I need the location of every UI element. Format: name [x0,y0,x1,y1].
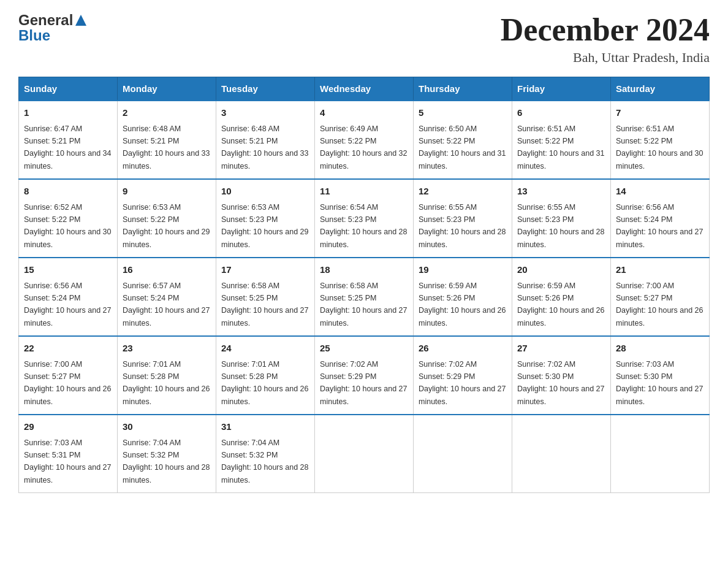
week-row-1: 1Sunrise: 6:47 AMSunset: 5:21 PMDaylight… [19,101,710,179]
day-number: 4 [320,106,408,120]
logo-blue-text: Blue [18,27,50,44]
day-number: 11 [320,185,408,199]
day-info: Sunrise: 6:47 AMSunset: 5:21 PMDaylight:… [24,124,111,170]
col-wednesday: Wednesday [315,77,414,101]
day-number: 1 [24,106,112,120]
day-number: 15 [24,263,112,277]
table-row [611,415,710,493]
day-number: 29 [24,420,112,434]
col-friday: Friday [512,77,611,101]
day-number: 3 [221,106,309,120]
day-number: 23 [123,342,211,356]
day-info: Sunrise: 6:53 AMSunset: 5:22 PMDaylight:… [123,203,210,249]
day-number: 22 [24,342,112,356]
day-info: Sunrise: 7:02 AMSunset: 5:30 PMDaylight:… [517,360,604,406]
table-row: 23Sunrise: 7:01 AMSunset: 5:28 PMDayligh… [118,336,216,415]
day-info: Sunrise: 6:55 AMSunset: 5:23 PMDaylight:… [517,203,604,249]
day-info: Sunrise: 7:01 AMSunset: 5:28 PMDaylight:… [123,360,210,406]
day-info: Sunrise: 6:56 AMSunset: 5:24 PMDaylight:… [24,282,111,327]
day-number: 28 [616,342,704,356]
logo-icon [73,13,89,27]
table-row [414,415,512,493]
day-number: 8 [24,185,112,199]
col-saturday: Saturday [611,77,710,101]
table-row: 12Sunrise: 6:55 AMSunset: 5:23 PMDayligh… [414,179,512,258]
logo-general-text: General [18,12,73,28]
table-row: 11Sunrise: 6:54 AMSunset: 5:23 PMDayligh… [315,179,414,258]
day-info: Sunrise: 6:52 AMSunset: 5:22 PMDaylight:… [24,203,111,249]
day-info: Sunrise: 6:58 AMSunset: 5:25 PMDaylight:… [320,282,407,327]
table-row: 2Sunrise: 6:48 AMSunset: 5:21 PMDaylight… [118,101,216,179]
day-info: Sunrise: 6:57 AMSunset: 5:24 PMDaylight:… [123,282,210,327]
col-tuesday: Tuesday [216,77,315,101]
day-number: 7 [616,106,704,120]
table-row: 19Sunrise: 6:59 AMSunset: 5:26 PMDayligh… [414,258,512,336]
table-row: 18Sunrise: 6:58 AMSunset: 5:25 PMDayligh… [315,258,414,336]
table-row: 15Sunrise: 6:56 AMSunset: 5:24 PMDayligh… [19,258,118,336]
day-number: 31 [221,420,309,434]
day-number: 13 [517,185,605,199]
week-row-4: 22Sunrise: 7:00 AMSunset: 5:27 PMDayligh… [19,336,710,415]
calendar-header: Sunday Monday Tuesday Wednesday Thursday… [19,77,710,101]
table-row: 27Sunrise: 7:02 AMSunset: 5:30 PMDayligh… [512,336,611,415]
day-info: Sunrise: 7:04 AMSunset: 5:32 PMDaylight:… [123,439,210,484]
day-number: 18 [320,263,408,277]
day-info: Sunrise: 6:49 AMSunset: 5:22 PMDaylight:… [320,124,407,170]
table-row: 6Sunrise: 6:51 AMSunset: 5:22 PMDaylight… [512,101,611,179]
day-number: 5 [419,106,507,120]
table-row [315,415,414,493]
col-sunday: Sunday [19,77,118,101]
day-info: Sunrise: 7:02 AMSunset: 5:29 PMDaylight:… [419,360,506,406]
table-row: 4Sunrise: 6:49 AMSunset: 5:22 PMDaylight… [315,101,414,179]
day-info: Sunrise: 6:56 AMSunset: 5:24 PMDaylight:… [616,203,703,249]
day-info: Sunrise: 6:54 AMSunset: 5:23 PMDaylight:… [320,203,407,249]
day-number: 19 [419,263,507,277]
day-number: 14 [616,185,704,199]
day-number: 30 [123,420,211,434]
table-row: 1Sunrise: 6:47 AMSunset: 5:21 PMDaylight… [19,101,118,179]
table-row: 14Sunrise: 6:56 AMSunset: 5:24 PMDayligh… [611,179,710,258]
table-row: 25Sunrise: 7:02 AMSunset: 5:29 PMDayligh… [315,336,414,415]
day-number: 2 [123,106,211,120]
col-thursday: Thursday [414,77,512,101]
table-row: 20Sunrise: 6:59 AMSunset: 5:26 PMDayligh… [512,258,611,336]
calendar-title: December 2024 [501,12,710,47]
table-row: 9Sunrise: 6:53 AMSunset: 5:22 PMDaylight… [118,179,216,258]
table-row: 13Sunrise: 6:55 AMSunset: 5:23 PMDayligh… [512,179,611,258]
title-block: December 2024 Bah, Uttar Pradesh, India [501,12,710,66]
day-info: Sunrise: 6:59 AMSunset: 5:26 PMDaylight:… [517,282,604,327]
table-row: 8Sunrise: 6:52 AMSunset: 5:22 PMDaylight… [19,179,118,258]
day-info: Sunrise: 7:04 AMSunset: 5:32 PMDaylight:… [221,439,308,484]
calendar-table: Sunday Monday Tuesday Wednesday Thursday… [18,77,710,493]
day-info: Sunrise: 6:50 AMSunset: 5:22 PMDaylight:… [419,124,506,170]
page-header: General Blue December 2024 Bah, Uttar Pr… [18,12,710,66]
day-number: 25 [320,342,408,356]
col-monday: Monday [118,77,216,101]
calendar-subtitle: Bah, Uttar Pradesh, India [501,50,710,66]
day-info: Sunrise: 6:51 AMSunset: 5:22 PMDaylight:… [517,124,604,170]
table-row: 10Sunrise: 6:53 AMSunset: 5:23 PMDayligh… [216,179,315,258]
header-row: Sunday Monday Tuesday Wednesday Thursday… [19,77,710,101]
day-info: Sunrise: 6:48 AMSunset: 5:21 PMDaylight:… [123,124,210,170]
day-info: Sunrise: 6:55 AMSunset: 5:23 PMDaylight:… [419,203,506,249]
day-number: 16 [123,263,211,277]
week-row-2: 8Sunrise: 6:52 AMSunset: 5:22 PMDaylight… [19,179,710,258]
table-row: 16Sunrise: 6:57 AMSunset: 5:24 PMDayligh… [118,258,216,336]
table-row [512,415,611,493]
table-row: 30Sunrise: 7:04 AMSunset: 5:32 PMDayligh… [118,415,216,493]
week-row-5: 29Sunrise: 7:03 AMSunset: 5:31 PMDayligh… [19,415,710,493]
table-row: 26Sunrise: 7:02 AMSunset: 5:29 PMDayligh… [414,336,512,415]
table-row: 7Sunrise: 6:51 AMSunset: 5:22 PMDaylight… [611,101,710,179]
table-row: 22Sunrise: 7:00 AMSunset: 5:27 PMDayligh… [19,336,118,415]
day-info: Sunrise: 6:53 AMSunset: 5:23 PMDaylight:… [221,203,308,249]
day-number: 6 [517,106,605,120]
day-info: Sunrise: 7:03 AMSunset: 5:31 PMDaylight:… [24,439,111,484]
day-info: Sunrise: 6:51 AMSunset: 5:22 PMDaylight:… [616,124,703,170]
table-row: 28Sunrise: 7:03 AMSunset: 5:30 PMDayligh… [611,336,710,415]
day-number: 12 [419,185,507,199]
table-row: 17Sunrise: 6:58 AMSunset: 5:25 PMDayligh… [216,258,315,336]
table-row: 3Sunrise: 6:48 AMSunset: 5:21 PMDaylight… [216,101,315,179]
day-info: Sunrise: 7:00 AMSunset: 5:27 PMDaylight:… [24,360,111,406]
table-row: 21Sunrise: 7:00 AMSunset: 5:27 PMDayligh… [611,258,710,336]
logo: General Blue [18,12,89,44]
